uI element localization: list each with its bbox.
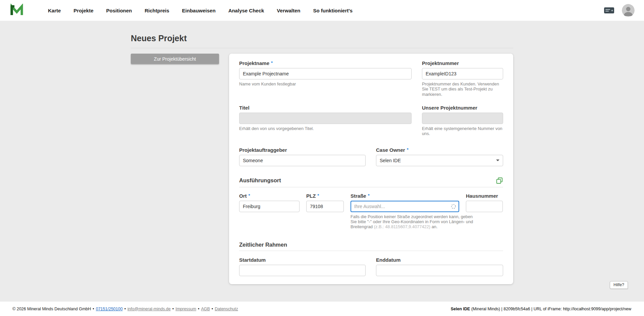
unsere-projektnummer-helper: Erhält eine systemgenerierte Nummer von … xyxy=(422,126,503,136)
copy-icon[interactable] xyxy=(496,177,503,184)
projektauftraggeber-label: Projektauftraggeber xyxy=(239,147,287,153)
strasse-helper: Falls die Position keiner Straße zugeord… xyxy=(351,214,475,230)
plz-label: PLZ xyxy=(306,193,316,199)
startdatum-input[interactable] xyxy=(239,265,366,276)
nav-item-analyse-check[interactable]: Analyse Check xyxy=(222,8,271,13)
form-row-titel-nummer: Titel Erhält den von uns vorgegebenen Ti… xyxy=(239,105,503,136)
hausnummer-field: Hausnummer xyxy=(466,193,503,212)
hausnummer-label: Hausnummer xyxy=(466,193,498,199)
ort-label: Ort xyxy=(239,193,247,199)
footer-user-name: Selen IDE xyxy=(451,307,470,311)
footer-email-link[interactable]: info@mineral-minds.de xyxy=(127,307,171,311)
chevron-down-icon xyxy=(496,160,499,161)
case-owner-label: Case Owner xyxy=(376,147,405,153)
nav-right-area xyxy=(604,4,635,17)
footer-impressum-link[interactable]: Impressum xyxy=(175,307,196,311)
server-icon[interactable] xyxy=(604,6,614,14)
page-title: Neues Projekt xyxy=(131,34,513,43)
unsere-projektnummer-field: Unsere Projektnummer Erhält eine systemg… xyxy=(422,105,503,136)
projektnummer-label: Projektnummer xyxy=(422,60,459,66)
startdatum-field: Startdatum xyxy=(239,257,366,276)
unsere-projektnummer-label: Unsere Projektnummer xyxy=(422,105,477,111)
projektname-input[interactable] xyxy=(239,68,412,79)
form-row-auftraggeber-owner: Projektauftraggeber Case Owner * Selen I… xyxy=(239,147,503,166)
projektname-label: Projektname xyxy=(239,60,269,66)
plz-field: PLZ * xyxy=(306,193,344,212)
form-row-address: Ort * PLZ * Straße xyxy=(239,193,503,230)
ausfuehrungsort-divider xyxy=(239,187,503,187)
projektauftraggeber-input[interactable] xyxy=(239,155,366,166)
case-owner-value: Selen IDE xyxy=(380,158,401,163)
strasse-input[interactable] xyxy=(351,201,459,212)
title-divider xyxy=(131,48,513,48)
footer-datenschutz-link[interactable]: Datenschutz xyxy=(215,307,238,311)
hausnummer-input[interactable] xyxy=(466,201,503,212)
startdatum-label: Startdatum xyxy=(239,257,266,263)
footer-session-details: (Mineral Minds) | 8209b5fc54a6 | URL of … xyxy=(470,307,631,311)
projektnummer-input[interactable] xyxy=(422,68,503,79)
top-navbar: Karte Projekte Positionen Richtpreis Ein… xyxy=(0,0,644,21)
strasse-field: Straße * Falls die Position keiner Straß… xyxy=(351,193,459,230)
enddatum-field: Enddatum xyxy=(376,257,503,276)
nav-item-einbauweisen[interactable]: Einbauweisen xyxy=(176,8,222,13)
ort-input[interactable] xyxy=(239,201,300,212)
loading-spinner-icon xyxy=(451,204,456,209)
projektnummer-helper: Projektnummer des Kunden. Verwenden Sie … xyxy=(422,81,503,97)
required-marker: * xyxy=(368,193,370,198)
zeitlicher-rahmen-section-header: Zeitlicher Rahmen xyxy=(239,242,503,248)
case-owner-field: Case Owner * Selen IDE xyxy=(376,147,503,166)
mineral-minds-logo[interactable] xyxy=(9,3,25,18)
nav-item-so-funktionierts[interactable]: So funktioniert's xyxy=(307,8,359,13)
help-button[interactable]: Hilfe? xyxy=(610,281,628,289)
zeitlicher-rahmen-title: Zeitlicher Rahmen xyxy=(239,242,287,248)
form-row-dates: Startdatum Enddatum xyxy=(239,257,503,276)
footer-agb-link[interactable]: AGB xyxy=(201,307,210,311)
nav-item-karte[interactable]: Karte xyxy=(42,8,67,13)
required-marker: * xyxy=(271,60,273,65)
plz-input[interactable] xyxy=(306,201,344,212)
ort-field: Ort * xyxy=(239,193,300,212)
projektname-helper: Name vom Kunden festlegbar xyxy=(239,81,412,86)
zeitlicher-rahmen-divider xyxy=(239,251,503,251)
new-project-form-card: Projektname * Name vom Kunden festlegbar… xyxy=(229,54,513,284)
required-marker: * xyxy=(317,193,319,198)
titel-input xyxy=(239,113,412,124)
copyright-text: © 2026 Mineral Minds Deutschland GmbH xyxy=(12,307,91,311)
required-marker: * xyxy=(407,147,409,152)
nav-item-richtpreis[interactable]: Richtpreis xyxy=(138,8,175,13)
enddatum-input[interactable] xyxy=(376,265,503,276)
nav-item-verwalten[interactable]: Verwalten xyxy=(270,8,307,13)
nav-item-projekte[interactable]: Projekte xyxy=(67,8,100,13)
footer-session-info: Selen IDE (Mineral Minds) | 8209b5fc54a6… xyxy=(451,307,631,311)
nav-item-positionen[interactable]: Positionen xyxy=(100,8,139,13)
ausfuehrungsort-title: Ausführungsort xyxy=(239,177,281,184)
ausfuehrungsort-section-header: Ausführungsort xyxy=(239,177,503,184)
footer: © 2026 Mineral Minds Deutschland GmbH • … xyxy=(0,302,644,316)
footer-left: © 2026 Mineral Minds Deutschland GmbH • … xyxy=(12,307,238,311)
required-marker: * xyxy=(249,193,250,198)
unsere-projektnummer-input xyxy=(422,113,503,124)
main-nav: Karte Projekte Positionen Richtpreis Ein… xyxy=(42,8,359,13)
projektauftraggeber-field: Projektauftraggeber xyxy=(239,147,366,166)
case-owner-select[interactable]: Selen IDE xyxy=(376,155,503,166)
enddatum-label: Enddatum xyxy=(376,257,400,263)
projektnummer-field: Projektnummer Projektnummer des Kunden. … xyxy=(422,60,503,97)
main-content: Neues Projekt Zur Projektübersicht Proje… xyxy=(0,34,644,284)
projektname-field: Projektname * Name vom Kunden festlegbar xyxy=(239,60,412,86)
form-row-name-number: Projektname * Name vom Kunden festlegbar… xyxy=(239,60,503,97)
user-avatar[interactable] xyxy=(622,4,635,17)
titel-field: Titel Erhält den von uns vorgegebenen Ti… xyxy=(239,105,412,131)
titel-helper: Erhält den von uns vorgegebenen Titel. xyxy=(239,126,412,131)
strasse-label: Straße xyxy=(351,193,366,199)
footer-phone-link[interactable]: 07151/250100 xyxy=(96,307,123,311)
titel-label: Titel xyxy=(239,105,250,111)
project-overview-button[interactable]: Zur Projektübersicht xyxy=(131,54,219,64)
logo-m-icon xyxy=(9,4,24,17)
